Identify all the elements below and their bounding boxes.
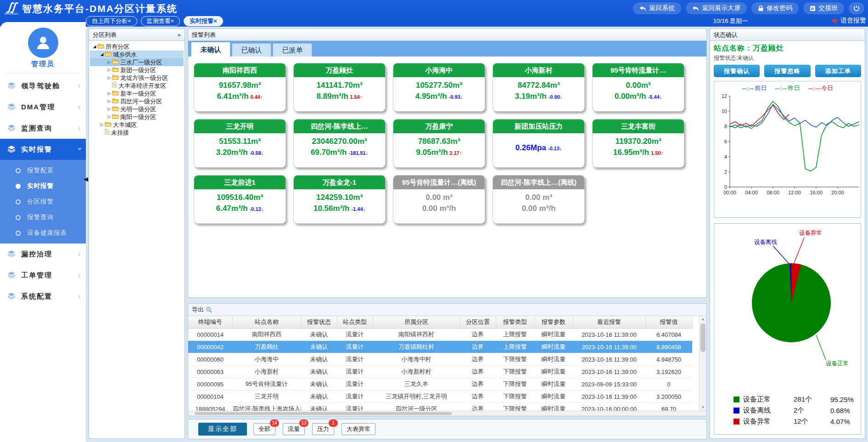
tree-node-10[interactable]: ▷大丰城区 [90,121,184,129]
alarm-card-8[interactable]: 新团加压站压力0.26Mpa-0.13↓ [493,119,585,168]
tree-node-0[interactable]: ◢所有分区 [90,43,184,51]
table-horizontal-scrollbar[interactable] [188,411,706,416]
header-button-0[interactable]: 返回系统 [633,2,681,14]
column-header-0[interactable]: 终端编号 [188,316,232,329]
alarm-card-6[interactable]: 四岔河-陈李线上…23046270.00m³69.70m³/h-181.51↓ [293,119,386,168]
filter-button-0[interactable]: 全部14 [253,423,275,435]
sidebar-item-6[interactable]: 系统配置› [0,286,86,307]
alarm-tab-0[interactable]: 未确认 [191,42,230,57]
table-row-2[interactable]: 00000060小海海中未确认流量计小海海中村边界下限报警瞬时流量2023-10… [188,353,692,366]
sidebar-collapse-arrow[interactable]: ◀ [84,176,88,182]
status-button-2[interactable]: 添加工单 [815,65,861,77]
column-header-4[interactable]: 所属分区 [373,316,460,329]
export-label[interactable]: 导出 [192,304,204,316]
sidebar-item-0[interactable]: 领导驾驶舱› [0,75,86,96]
alarm-card-2[interactable]: 小海海中105277.50m³4.95m³/h-0.93↓ [393,63,485,112]
table-row-6[interactable]: 188805294四岔河-陈李线上海农场入口未确认流量计四岔河一级分区边界下限报… [188,403,692,411]
alarm-card-10[interactable]: 三龙前进1109516.40m³6.47m³/h-0.12↓ [194,175,286,224]
column-header-7[interactable]: 报警参数 [534,316,573,329]
tree-expanded-icon[interactable]: ◢ [99,51,105,58]
avatar[interactable] [28,28,58,58]
submenu-item-4[interactable]: 设备健康报表 [0,225,86,241]
alarm-card-7[interactable]: 万盈康宁78687.63m³9.05m³/h2.17↑ [393,119,485,168]
table-row-1[interactable]: 00000042万盈顾灶未确认流量计万盈镇顾灶村边界上限报警瞬时流量2023-1… [188,341,692,353]
search-icon[interactable] [206,306,212,313]
tree-node-11[interactable]: 未挂接 [90,129,184,136]
header-button-3[interactable]: 交接班 [803,2,844,14]
column-header-3[interactable]: 站点类型 [337,316,373,329]
tree-collapsed-icon[interactable]: ▷ [106,66,112,74]
table-cell: 小海海中村 [373,353,460,366]
scroll-thumb[interactable] [700,323,706,352]
alarm-card-13[interactable]: 四岔河-陈李线上…(离线)0.00 m³0.00 m³/h [493,175,585,224]
alarm-card-4[interactable]: 95号肯特流量计…0.00m³0.00m³/h-5.44↓ [592,63,684,112]
tree-collapsed-icon[interactable]: ▷ [106,90,112,97]
filter-button-1[interactable]: 流量13 [283,423,305,435]
tree-node-6[interactable]: ▷新丰一级分区 [90,90,184,97]
column-header-2[interactable]: 报警状态 [301,316,337,329]
tree-collapsed-icon[interactable]: ▷ [106,105,112,113]
column-header-9[interactable]: 报警值 [645,316,692,329]
sidebar-item-2[interactable]: 监测查询› [0,118,86,139]
voice-alarm[interactable]: 语音报警 [832,17,866,25]
tree-node-7[interactable]: ▷四岔河一级分区 [90,97,184,105]
panel-collapse-icon[interactable]: « [178,29,181,40]
alarm-card-0[interactable]: 南阳祥西西91657.98m³6.41m³/h0.44↑ [194,63,286,112]
svg-text:0: 0 [724,184,727,190]
status-button-1[interactable]: 报警忽略 [764,65,810,77]
sidebar-item-5[interactable]: 工单管理› [0,265,86,286]
column-header-5[interactable]: 分区位置 [460,316,496,329]
header-button-1[interactable]: 返回展示大屏 [686,2,747,14]
tree-node-9[interactable]: ▷南阳一级分区 [90,113,184,121]
submenu-item-2[interactable]: 分区报警 [0,194,86,210]
tree-node-8[interactable]: ▷光明一级分区 [90,105,184,113]
scroll-down-arrow[interactable]: ▼ [700,404,706,411]
table-row-0[interactable]: 00000014南阳祥西西未确认流量计南阳镇祥西村边界上限报警瞬时流量2023-… [188,329,692,341]
alarm-card-1[interactable]: 万盈顾灶141141.70m³8.89m³/h1.54↑ [293,63,386,112]
tree-collapsed-icon[interactable]: ▷ [106,113,112,121]
tree-node-4[interactable]: ▷龙堤方强一级分区 [90,74,184,82]
filter-button-2[interactable]: 压力1 [312,423,334,435]
tree-node-5[interactable]: 大丰港经济开发区 [90,82,184,90]
submenu-item-0[interactable]: 报警配置 [0,163,86,178]
sidebar-item-3[interactable]: 实时报警› [0,139,86,160]
alarm-tab-2[interactable]: 已派单 [273,43,312,57]
tree-collapsed-icon[interactable]: ▷ [99,121,105,129]
tree-node-2[interactable]: ▷三水厂一级分区 [90,58,184,66]
workspace-tab-1[interactable]: 监测查看× [141,16,180,26]
layers-icon [7,145,16,154]
table-row-4[interactable]: 0000009595号肯特流量计未确认流量计三龙久丰边界下限报警瞬时流量2023… [188,378,692,391]
table-vertical-scrollbar[interactable]: ▲ ▼ [699,316,706,411]
alarm-card-9[interactable]: 三龙丰富街119370.20m³16.95m³/h1.50↑ [592,119,684,168]
workspace-tab-0[interactable]: 自上而下分析× [86,16,137,26]
alarm-card-11[interactable]: 万盈金龙-1124259.10m³10.56m³/h-1.44↓ [293,175,386,224]
submenu-item-3[interactable]: 报警查询 [0,210,86,225]
column-header-8[interactable]: 最近报警 [573,316,645,329]
show-all-button[interactable]: 显示全部 [198,423,247,436]
tree-node-1[interactable]: ◢城乡供水 [90,51,184,58]
scroll-up-arrow[interactable]: ▲ [700,316,706,323]
status-button-0[interactable]: 报警确认 [714,65,760,77]
table-row-5[interactable]: 00000104三龙开明未确认流量计三龙镇开明村,三龙开明边界下限报警瞬时流量2… [188,391,692,403]
filter-button-3[interactable]: 大表异常 [342,423,375,435]
tree-node-3[interactable]: ▷新团一级分区 [90,66,184,74]
tree-collapsed-icon[interactable]: ▷ [106,58,112,66]
power-button[interactable] [849,2,864,14]
table-row-3[interactable]: 00000063小海新村未确认流量计小海新村村边界下限报警瞬时流量2023-10… [188,366,692,378]
workspace-tab-2[interactable]: 实时报警× [184,16,223,26]
column-header-6[interactable]: 报警类型 [496,316,534,329]
alarm-card-body: 105277.50m³4.95m³/h-0.93↓ [393,77,485,102]
header-button-2[interactable]: 修改密码 [751,2,799,14]
tree-collapsed-icon[interactable]: ▷ [106,74,112,82]
device-count: 12个 [794,417,830,426]
tree-expanded-icon[interactable]: ◢ [92,43,97,51]
sidebar-item-4[interactable]: 漏控治理› [0,244,86,265]
alarm-card-5[interactable]: 三龙开明51553.11m³3.20m³/h-0.58↓ [194,119,286,168]
column-header-1[interactable]: 站点名称 [232,316,301,329]
tree-collapsed-icon[interactable]: ▷ [106,97,112,105]
alarm-card-3[interactable]: 小海新村84772.84m³3.19m³/h-0.90↓ [493,63,585,112]
alarm-tab-1[interactable]: 已确认 [232,43,271,57]
submenu-item-1[interactable]: 实时报警 [0,178,86,194]
alarm-card-12[interactable]: 95号肯特流量计…(离线)0.00 m³0.00 m³/h [393,175,485,224]
sidebar-item-1[interactable]: DMA管理› [0,96,86,118]
